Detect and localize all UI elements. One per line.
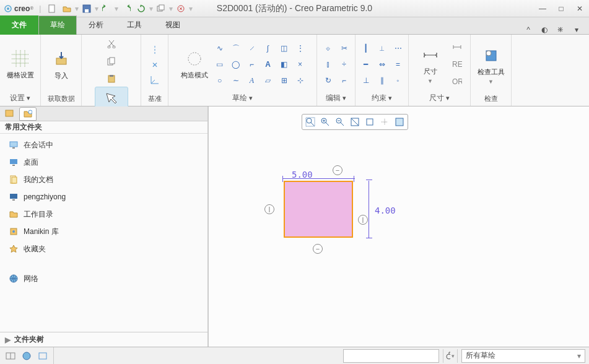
folder-item-favorites[interactable]: 收藏夹 [0,240,207,258]
close-button[interactable]: ✕ [570,1,589,16]
ribbon-settings-icon[interactable]: ⛯ [554,25,567,34]
constraint-horizontal[interactable]: — [313,244,323,254]
rotate-icon[interactable]: ↻ [321,73,336,88]
constraint-vertical[interactable]: | [358,215,368,225]
tab-analysis[interactable]: 分析 [77,15,115,35]
copy-icon[interactable] [105,54,118,68]
undo-button[interactable] [100,2,113,15]
paste-icon[interactable] [105,72,118,85]
minimize-button[interactable]: — [533,1,552,16]
equal-icon[interactable]: = [391,57,406,72]
ref-dim-icon[interactable]: REF [450,58,464,71]
arc-icon[interactable]: ⌒ [229,41,243,56]
sidebar-footer[interactable]: ▶文件夹树 [0,332,207,347]
ribbon-help-icon[interactable]: ◐ [538,25,551,34]
tab-file[interactable]: 文件 [0,15,38,35]
view-manager-icon[interactable] [392,115,407,129]
baseline-icon[interactable] [450,40,464,54]
modify-icon[interactable]: ⟐ [321,41,336,56]
computer-icon [9,192,19,202]
mid-icon[interactable]: ⋯ [391,41,406,56]
ellipse-icon[interactable]: ◯ [229,57,243,72]
folder-item-working[interactable]: 工作目录 [0,206,207,223]
corner-icon[interactable]: ⌐ [337,73,352,88]
construction-mode-button[interactable]: 构造模式 [178,46,211,83]
trim-icon[interactable]: ✂ [337,41,352,56]
windows-button[interactable] [154,2,168,15]
palette-icon[interactable]: ⊞ [277,73,292,88]
folder-item-desktop[interactable]: 桌面 [0,154,207,171]
spline-icon[interactable]: ∫ [261,41,276,56]
vertical-icon[interactable]: ┃ [359,41,373,56]
selection-filter[interactable]: 所有草绘▾ [461,349,585,363]
constraint-vertical[interactable]: | [264,204,274,214]
centerline2-icon[interactable]: ⋮ [293,41,308,56]
coincident-icon[interactable]: ◦ [391,73,406,88]
ord-dim-icon[interactable]: ORD [450,75,464,89]
zoom-in-icon[interactable] [318,115,333,129]
circle-icon[interactable]: ○ [212,73,227,88]
dimension-button[interactable]: 尺寸▼ [414,42,447,87]
find-button[interactable]: ▾ [443,349,458,363]
width-dimension[interactable]: 5.00 [292,170,313,180]
height-dimension[interactable]: 4.00 [375,206,396,215]
sketch-rectangle[interactable] [284,181,353,238]
tab-tools[interactable]: 工具 [115,15,154,35]
divide-icon[interactable]: ÷ [337,57,352,72]
slot-icon[interactable]: ∼ [229,73,243,88]
find-input[interactable] [343,349,439,363]
maximize-button[interactable]: □ [552,1,570,16]
status-browser-icon[interactable] [20,349,33,363]
status-window-icon[interactable] [36,349,50,363]
sidebar-tab-folder-icon[interactable] [19,107,37,121]
rect-icon[interactable]: ▭ [212,57,227,72]
folder-item-session[interactable]: 在会话中 [0,136,207,154]
import-button[interactable]: 导入 [45,46,78,84]
tab-view[interactable]: 视图 [154,15,192,35]
line-icon[interactable]: ∿ [212,41,227,56]
zoom-out-icon[interactable] [333,115,347,129]
redo-button[interactable] [120,2,133,15]
point-icon[interactable]: ✕ [148,58,162,72]
chamfer-icon[interactable]: ⌐ [245,57,260,72]
new-button[interactable] [45,2,59,15]
fillet-icon[interactable]: ⟋ [245,41,260,56]
grid-settings-button[interactable]: 栅格设置 [4,46,37,83]
open-button[interactable] [60,2,74,15]
inspect-button[interactable]: 检查工具▼ [474,43,508,88]
project-icon[interactable]: ▱ [261,73,276,88]
status-tree-icon[interactable] [4,349,17,363]
regenerate-button[interactable] [134,2,148,15]
perpendicular-icon[interactable]: ⊥ [359,73,373,88]
offset-icon[interactable]: ◫ [277,41,292,56]
parallel-icon[interactable]: ∥ [375,73,390,88]
thicken-icon[interactable]: ◧ [277,57,292,72]
display-icon[interactable] [362,115,377,129]
repaint-icon[interactable] [347,115,362,129]
text-icon[interactable]: A [261,57,276,72]
datum-display-icon[interactable] [377,115,392,129]
horizontal-icon[interactable]: ━ [359,57,373,72]
mirror-icon[interactable]: ⫿ [321,57,336,72]
canvas[interactable]: 5.00 4.00 | | — — [208,106,589,347]
tangent-icon[interactable]: ⟂ [375,41,390,56]
folder-item-manikin[interactable]: Manikin 库 [0,223,207,240]
tab-sketch[interactable]: 草绘 [38,15,77,35]
constraint-horizontal[interactable]: — [333,165,342,175]
centerline-icon[interactable] [148,43,162,57]
point2-icon[interactable]: × [293,57,308,72]
zoom-fit-icon[interactable] [303,115,318,129]
chevron-down-icon[interactable]: ▾ [570,25,583,34]
save-button[interactable] [80,2,94,15]
symmetric-icon[interactable]: ⇔ [375,57,390,72]
ribbon-collapse-icon[interactable]: ^ [522,25,534,34]
cut-icon[interactable] [105,37,118,51]
folder-item-user[interactable]: pengzhiyong [0,188,207,206]
coord-icon[interactable] [148,73,162,87]
coord2-icon[interactable]: ⊹ [293,73,308,88]
text2-icon[interactable]: A [245,73,260,88]
sidebar-tab-tree-icon[interactable] [1,107,18,121]
folder-item-network[interactable]: 网络 [0,270,207,287]
folder-item-documents[interactable]: 我的文档 [0,171,207,188]
close-doc-button[interactable] [174,2,188,15]
